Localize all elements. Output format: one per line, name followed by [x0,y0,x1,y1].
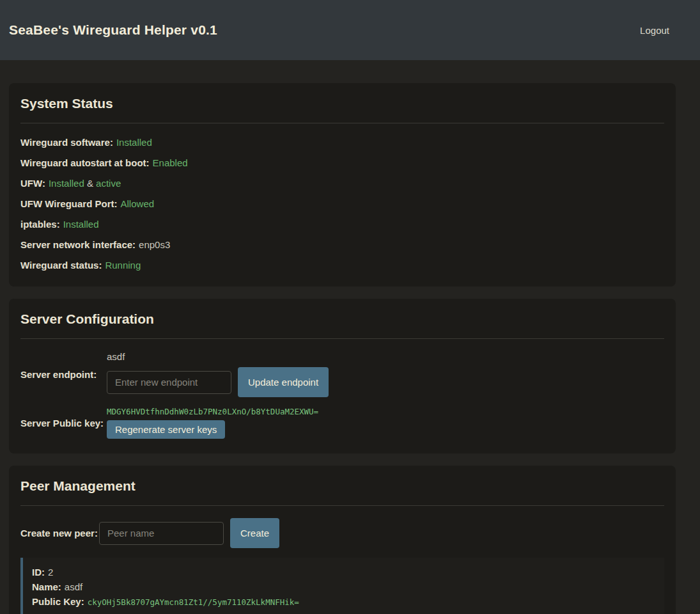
regenerate-server-keys-button[interactable]: Regenerate server keys [107,420,225,439]
peer-name-label: Name: [32,581,61,592]
server-endpoint-input-group: Update endpoint [107,367,329,397]
peer-management-card: Peer Management Create new peer: Create … [9,466,676,614]
status-line-iptables: iptables:Installed [20,217,664,231]
status-label: Wireguard software: [20,137,113,148]
status-value: Installed [116,137,152,148]
server-config-card: Server Configuration Server endpoint: as… [9,299,676,453]
update-endpoint-button[interactable]: Update endpoint [238,367,329,397]
server-public-key-label: Server Public key: [20,418,107,429]
divider [20,505,664,506]
server-config-title: Server Configuration [20,310,664,328]
status-label: iptables: [20,219,60,230]
server-public-key-value: MDGY6HVDtfhnDdhW0zLb7PNz0LXnO/b8YtDUaM2E… [107,407,318,416]
status-value: Enabled [153,157,188,168]
status-line-ufw-port: UFW Wireguard Port:Allowed [20,197,664,210]
peer-public-key-value: ckyOHj5Bk8707gAYmcn81Zt1//5ym7110ZkLkMNF… [88,597,299,607]
status-line-ufw: UFW:Installed & active [20,177,664,190]
status-value: enp0s3 [139,239,170,250]
status-value: Allowed [121,198,155,209]
logout-link[interactable]: Logout [635,20,674,41]
server-endpoint-label: Server endpoint: [20,369,107,380]
status-label: Server network interface: [20,239,136,250]
peer-name-input[interactable] [99,522,224,545]
server-public-key-row: Server Public key: MDGY6HVDtfhnDdhW0zLb7… [20,407,664,439]
system-status-card: System Status Wireguard software:Install… [9,83,676,287]
app-header: SeaBee's Wireguard Helper v0.1 Logout [0,0,700,60]
peer-management-title: Peer Management [20,477,664,495]
create-peer-input-group: Create [99,518,279,548]
peer-name-line: Name:asdf [32,579,655,594]
status-value: Installed [63,219,99,230]
status-line-network-interface: Server network interface:enp0s3 [20,238,664,251]
create-peer-label: Create new peer: [20,528,99,539]
divider [20,338,664,339]
status-line-autostart: Wireguard autostart at boot:Enabled [20,156,664,169]
main-content: System Status Wireguard software:Install… [9,83,676,614]
status-label: Wireguard autostart at boot: [20,157,150,168]
status-label: UFW: [20,178,45,189]
system-status-title: System Status [20,95,664,113]
create-peer-button[interactable]: Create [230,518,279,548]
status-list: Wireguard software:Installed Wireguard a… [20,136,664,272]
status-value: Running [105,260,141,271]
divider [20,123,664,123]
peer-id-line: ID:2 [32,565,655,579]
status-label: Wireguard status: [20,260,102,271]
server-public-key-content: MDGY6HVDtfhnDdhW0zLb7PNz0LXnO/b8YtDUaM2E… [107,407,318,439]
status-separator: & [84,178,96,189]
status-line-wireguard-status: Wireguard status:Running [20,258,664,272]
status-value: Installed [49,178,84,189]
peer-id-value: 2 [48,567,53,578]
peer-name-value: asdf [65,581,82,592]
peer-item: ID:2 Name:asdf Public Key:ckyOHj5Bk8707g… [20,558,664,614]
peer-id-label: ID: [32,567,45,578]
peer-public-key-line: Public Key:ckyOHj5Bk8707gAYmcn81Zt1//5ym… [32,594,655,610]
endpoint-input[interactable] [107,371,231,394]
status-value-secondary: active [96,178,121,189]
status-line-wireguard-software: Wireguard software:Installed [20,136,664,149]
server-endpoint-current-value: asdf [107,351,329,362]
app-title: SeaBee's Wireguard Helper v0.1 [9,22,217,38]
status-label: UFW Wireguard Port: [20,198,118,209]
server-endpoint-content: asdf Update endpoint [107,351,329,397]
peer-public-key-label: Public Key: [32,596,84,607]
server-endpoint-row: Server endpoint: asdf Update endpoint [20,351,664,397]
create-peer-row: Create new peer: Create [20,518,664,548]
